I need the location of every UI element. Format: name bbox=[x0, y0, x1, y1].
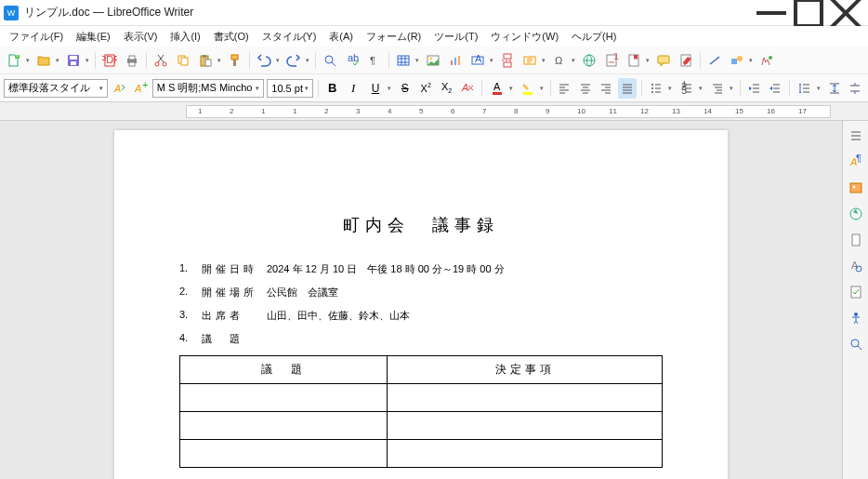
highlight-dropdown[interactable]: ▾ bbox=[538, 85, 546, 92]
page-icon[interactable] bbox=[847, 231, 865, 249]
insert-table-button[interactable] bbox=[393, 50, 414, 71]
increase-para-space-button[interactable] bbox=[825, 78, 843, 99]
find-panel-icon[interactable] bbox=[847, 335, 865, 353]
spellcheck-button[interactable]: ab bbox=[342, 50, 362, 71]
superscript-button[interactable]: X2 bbox=[416, 78, 434, 99]
insert-hyperlink-button[interactable] bbox=[579, 50, 599, 71]
underline-button[interactable]: U bbox=[365, 78, 386, 99]
clone-format-button[interactable] bbox=[225, 50, 245, 71]
shapes-dropdown[interactable]: ▾ bbox=[747, 57, 755, 64]
insert-field-button[interactable] bbox=[519, 50, 540, 71]
insert-comment-button[interactable] bbox=[653, 50, 674, 71]
align-right-button[interactable] bbox=[598, 78, 615, 99]
undo-button[interactable] bbox=[254, 50, 274, 71]
close-button[interactable] bbox=[827, 0, 864, 26]
font-color-dropdown[interactable]: ▾ bbox=[507, 85, 515, 92]
formatting-marks-button[interactable]: ¶ bbox=[364, 50, 385, 71]
show-draw-button[interactable] bbox=[756, 50, 777, 71]
menu-tools[interactable]: ツール(T) bbox=[428, 28, 483, 46]
redo-dropdown[interactable]: ▾ bbox=[304, 57, 311, 64]
document-canvas[interactable]: 町内会 議事録 1.開催日時2024 年 12 月 10 日 午後 18 時 0… bbox=[0, 121, 842, 479]
open-button[interactable] bbox=[33, 50, 54, 71]
outline-button[interactable] bbox=[707, 78, 728, 99]
properties-icon[interactable] bbox=[847, 126, 865, 145]
insert-symbol-button[interactable]: Ω bbox=[549, 50, 570, 71]
new-dropdown[interactable]: ▾ bbox=[24, 57, 32, 64]
insert-footnote-button[interactable]: 1 bbox=[601, 50, 622, 71]
paste-dropdown[interactable]: ▾ bbox=[216, 57, 223, 64]
highlight-button[interactable] bbox=[518, 78, 538, 99]
align-justify-button[interactable] bbox=[618, 78, 636, 99]
italic-button[interactable]: I bbox=[345, 78, 362, 99]
minimize-button[interactable] bbox=[753, 0, 790, 26]
clear-format-button[interactable]: A bbox=[458, 78, 476, 99]
print-button[interactable] bbox=[122, 50, 142, 71]
new-style-button[interactable]: A+ bbox=[131, 78, 149, 99]
insert-textbox-button[interactable]: A bbox=[467, 50, 488, 71]
symbol-dropdown[interactable]: ▾ bbox=[570, 57, 577, 64]
paste-button[interactable] bbox=[195, 50, 216, 71]
paragraph-style-combo[interactable]: 標準段落スタイル▾ bbox=[4, 79, 108, 98]
decrease-para-space-button[interactable] bbox=[847, 78, 864, 99]
align-left-button[interactable] bbox=[556, 78, 573, 99]
undo-dropdown[interactable]: ▾ bbox=[274, 57, 282, 64]
number-list-button[interactable]: 123 bbox=[677, 78, 697, 99]
bullet-list-button[interactable] bbox=[646, 78, 666, 99]
font-size-combo[interactable]: 10.5 pt▾ bbox=[267, 79, 313, 98]
redo-button[interactable] bbox=[283, 50, 304, 71]
table-dropdown[interactable]: ▾ bbox=[414, 57, 421, 64]
strikethrough-button[interactable]: S bbox=[396, 78, 414, 99]
subscript-button[interactable]: X2 bbox=[438, 78, 455, 99]
styles-icon[interactable]: A¶ bbox=[847, 153, 865, 171]
menu-table[interactable]: 表(A) bbox=[323, 28, 359, 46]
accessibility-icon[interactable] bbox=[847, 309, 865, 327]
insert-chart-button[interactable] bbox=[445, 50, 466, 71]
manage-changes-icon[interactable] bbox=[847, 283, 865, 301]
outline-dropdown[interactable]: ▾ bbox=[728, 85, 735, 92]
menu-styles[interactable]: スタイル(Y) bbox=[256, 28, 322, 46]
increase-indent-button[interactable] bbox=[745, 78, 763, 99]
cut-button[interactable] bbox=[151, 50, 171, 71]
menu-format[interactable]: 書式(O) bbox=[208, 28, 255, 46]
find-button[interactable] bbox=[320, 50, 340, 71]
style-inspector-icon[interactable]: A bbox=[847, 257, 865, 275]
save-button[interactable] bbox=[63, 50, 84, 71]
bookmark-dropdown[interactable]: ▾ bbox=[644, 57, 651, 64]
insert-bookmark-button[interactable] bbox=[624, 50, 644, 71]
menu-insert[interactable]: 挿入(I) bbox=[164, 28, 205, 46]
bullet-dropdown[interactable]: ▾ bbox=[666, 85, 674, 92]
font-color-button[interactable]: A bbox=[487, 78, 507, 99]
maximize-button[interactable] bbox=[790, 0, 827, 26]
field-dropdown[interactable]: ▾ bbox=[540, 57, 547, 64]
save-dropdown[interactable]: ▾ bbox=[84, 57, 91, 64]
menu-file[interactable]: ファイル(F) bbox=[4, 28, 69, 46]
export-pdf-button[interactable]: PDF bbox=[99, 50, 120, 71]
copy-button[interactable] bbox=[173, 50, 193, 71]
horizontal-ruler[interactable]: 1211234567891011121314151617 bbox=[186, 105, 831, 118]
align-center-button[interactable] bbox=[576, 78, 594, 99]
number-dropdown[interactable]: ▾ bbox=[697, 85, 704, 92]
menu-window[interactable]: ウィンドウ(W) bbox=[485, 28, 564, 46]
page[interactable]: 町内会 議事録 1.開催日時2024 年 12 月 10 日 午後 18 時 0… bbox=[114, 130, 728, 479]
insert-line-button[interactable] bbox=[704, 50, 725, 71]
menu-form[interactable]: フォーム(R) bbox=[361, 28, 427, 46]
textbox-dropdown[interactable]: ▾ bbox=[488, 57, 495, 64]
track-changes-button[interactable] bbox=[676, 50, 696, 71]
gallery-icon[interactable] bbox=[847, 179, 865, 197]
bold-button[interactable]: B bbox=[323, 78, 341, 99]
new-button[interactable]: + bbox=[4, 50, 24, 71]
font-name-combo[interactable]: M S 明朝;MS Mincho▾ bbox=[152, 79, 265, 98]
decrease-indent-button[interactable] bbox=[767, 78, 784, 99]
open-dropdown[interactable]: ▾ bbox=[54, 57, 61, 64]
menu-edit[interactable]: 編集(E) bbox=[71, 28, 116, 46]
basic-shapes-button[interactable] bbox=[727, 50, 747, 71]
insert-page-break-button[interactable] bbox=[497, 50, 518, 71]
insert-image-button[interactable] bbox=[423, 50, 443, 71]
update-style-button[interactable]: A bbox=[111, 78, 128, 99]
underline-dropdown[interactable]: ▾ bbox=[386, 85, 393, 92]
menu-view[interactable]: 表示(V) bbox=[118, 28, 164, 46]
navigator-icon[interactable] bbox=[847, 205, 865, 223]
menu-help[interactable]: ヘルプ(H) bbox=[566, 28, 622, 46]
spacing-dropdown[interactable]: ▾ bbox=[815, 85, 822, 92]
line-spacing-button[interactable] bbox=[795, 78, 815, 99]
